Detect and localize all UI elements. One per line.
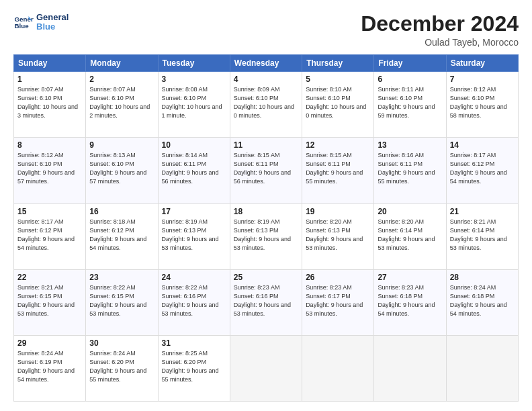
- day-number: 1: [17, 75, 82, 84]
- day-info: Sunrise: 8:20 AMSunset: 6:14 PMDaylight:…: [378, 218, 442, 253]
- table-row: 7Sunrise: 8:12 AMSunset: 6:10 PMDaylight…: [446, 72, 518, 138]
- calendar-week-row: 29Sunrise: 8:24 AMSunset: 6:19 PMDayligh…: [14, 335, 519, 401]
- day-info: Sunrise: 8:23 AMSunset: 6:16 PMDaylight:…: [234, 283, 298, 318]
- day-number: 26: [306, 273, 370, 282]
- day-number: 14: [450, 140, 515, 150]
- day-info: Sunrise: 8:20 AMSunset: 6:13 PMDaylight:…: [306, 218, 370, 253]
- table-row: 12Sunrise: 8:15 AMSunset: 6:11 PMDayligh…: [302, 138, 374, 203]
- table-row: [302, 335, 374, 401]
- day-info: Sunrise: 8:22 AMSunset: 6:15 PMDaylight:…: [89, 283, 154, 318]
- day-number: 23: [89, 273, 154, 282]
- day-number: 21: [450, 207, 515, 216]
- table-row: [446, 335, 518, 401]
- table-row: 25Sunrise: 8:23 AMSunset: 6:16 PMDayligh…: [230, 269, 302, 335]
- table-row: 8Sunrise: 8:12 AMSunset: 6:10 PMDaylight…: [14, 138, 86, 203]
- day-info: Sunrise: 8:14 AMSunset: 6:11 PMDaylight:…: [162, 151, 226, 186]
- day-number: 6: [378, 75, 442, 84]
- month-title: December 2024: [361, 12, 519, 36]
- calendar-week-row: 22Sunrise: 8:21 AMSunset: 6:15 PMDayligh…: [14, 269, 519, 335]
- day-info: Sunrise: 8:18 AMSunset: 6:12 PMDaylight:…: [89, 218, 154, 253]
- table-row: 17Sunrise: 8:19 AMSunset: 6:13 PMDayligh…: [158, 203, 230, 269]
- table-row: 27Sunrise: 8:23 AMSunset: 6:18 PMDayligh…: [374, 269, 446, 335]
- table-row: 16Sunrise: 8:18 AMSunset: 6:12 PMDayligh…: [86, 203, 158, 269]
- day-info: Sunrise: 8:24 AMSunset: 6:20 PMDaylight:…: [89, 349, 154, 384]
- day-info: Sunrise: 8:07 AMSunset: 6:10 PMDaylight:…: [17, 85, 82, 120]
- table-row: 5Sunrise: 8:10 AMSunset: 6:10 PMDaylight…: [302, 72, 374, 138]
- day-number: 30: [89, 338, 154, 348]
- day-number: 11: [234, 140, 298, 150]
- day-number: 8: [17, 140, 82, 150]
- day-info: Sunrise: 8:16 AMSunset: 6:11 PMDaylight:…: [378, 151, 442, 186]
- day-info: Sunrise: 8:22 AMSunset: 6:16 PMDaylight:…: [162, 283, 226, 318]
- day-number: 24: [162, 273, 226, 282]
- day-number: 25: [234, 273, 298, 282]
- svg-text:Blue: Blue: [15, 22, 30, 30]
- day-number: 16: [89, 207, 154, 216]
- calendar-week-row: 15Sunrise: 8:17 AMSunset: 6:12 PMDayligh…: [14, 203, 519, 269]
- day-info: Sunrise: 8:07 AMSunset: 6:10 PMDaylight:…: [89, 85, 154, 120]
- table-row: 24Sunrise: 8:22 AMSunset: 6:16 PMDayligh…: [158, 269, 230, 335]
- table-row: 26Sunrise: 8:23 AMSunset: 6:17 PMDayligh…: [302, 269, 374, 335]
- day-info: Sunrise: 8:21 AMSunset: 6:15 PMDaylight:…: [17, 283, 82, 318]
- calendar-week-row: 1Sunrise: 8:07 AMSunset: 6:10 PMDaylight…: [14, 72, 519, 138]
- col-friday: Friday: [374, 55, 446, 72]
- title-block: December 2024 Oulad Tayeb, Morocco: [361, 12, 519, 48]
- table-row: 15Sunrise: 8:17 AMSunset: 6:12 PMDayligh…: [14, 203, 86, 269]
- col-thursday: Thursday: [302, 55, 374, 72]
- table-row: 11Sunrise: 8:15 AMSunset: 6:11 PMDayligh…: [230, 138, 302, 203]
- day-info: Sunrise: 8:19 AMSunset: 6:13 PMDaylight:…: [162, 218, 226, 253]
- table-row: 20Sunrise: 8:20 AMSunset: 6:14 PMDayligh…: [374, 203, 446, 269]
- logo-icon: General Blue: [13, 12, 34, 32]
- table-row: 6Sunrise: 8:11 AMSunset: 6:10 PMDaylight…: [374, 72, 446, 138]
- table-row: 9Sunrise: 8:13 AMSunset: 6:10 PMDaylight…: [86, 138, 158, 203]
- day-info: Sunrise: 8:21 AMSunset: 6:14 PMDaylight:…: [450, 218, 515, 253]
- day-info: Sunrise: 8:17 AMSunset: 6:12 PMDaylight:…: [17, 218, 82, 253]
- col-saturday: Saturday: [446, 55, 518, 72]
- day-number: 13: [378, 140, 442, 150]
- table-row: 1Sunrise: 8:07 AMSunset: 6:10 PMDaylight…: [14, 72, 86, 138]
- page: General Blue General Blue December 2024 …: [0, 0, 532, 411]
- table-row: 23Sunrise: 8:22 AMSunset: 6:15 PMDayligh…: [86, 269, 158, 335]
- table-row: 21Sunrise: 8:21 AMSunset: 6:14 PMDayligh…: [446, 203, 518, 269]
- calendar-header-row: Sunday Monday Tuesday Wednesday Thursday…: [14, 55, 519, 72]
- day-info: Sunrise: 8:09 AMSunset: 6:10 PMDaylight:…: [234, 85, 298, 120]
- table-row: 4Sunrise: 8:09 AMSunset: 6:10 PMDaylight…: [230, 72, 302, 138]
- day-number: 19: [306, 207, 370, 216]
- day-number: 31: [162, 338, 226, 348]
- day-number: 28: [450, 273, 515, 282]
- table-row: [230, 335, 302, 401]
- table-row: 10Sunrise: 8:14 AMSunset: 6:11 PMDayligh…: [158, 138, 230, 203]
- day-info: Sunrise: 8:24 AMSunset: 6:18 PMDaylight:…: [450, 283, 515, 318]
- day-info: Sunrise: 8:12 AMSunset: 6:10 PMDaylight:…: [17, 151, 82, 186]
- table-row: 14Sunrise: 8:17 AMSunset: 6:12 PMDayligh…: [446, 138, 518, 203]
- day-info: Sunrise: 8:25 AMSunset: 6:20 PMDaylight:…: [162, 349, 226, 384]
- day-number: 22: [17, 273, 82, 282]
- table-row: [374, 335, 446, 401]
- day-number: 18: [234, 207, 298, 216]
- calendar-week-row: 8Sunrise: 8:12 AMSunset: 6:10 PMDaylight…: [14, 138, 519, 203]
- day-number: 12: [306, 140, 370, 150]
- day-info: Sunrise: 8:19 AMSunset: 6:13 PMDaylight:…: [234, 218, 298, 253]
- table-row: 28Sunrise: 8:24 AMSunset: 6:18 PMDayligh…: [446, 269, 518, 335]
- table-row: 13Sunrise: 8:16 AMSunset: 6:11 PMDayligh…: [374, 138, 446, 203]
- day-info: Sunrise: 8:23 AMSunset: 6:18 PMDaylight:…: [378, 283, 442, 318]
- day-info: Sunrise: 8:11 AMSunset: 6:10 PMDaylight:…: [378, 85, 442, 120]
- day-info: Sunrise: 8:15 AMSunset: 6:11 PMDaylight:…: [234, 151, 298, 186]
- table-row: 2Sunrise: 8:07 AMSunset: 6:10 PMDaylight…: [86, 72, 158, 138]
- col-monday: Monday: [86, 55, 158, 72]
- table-row: 18Sunrise: 8:19 AMSunset: 6:13 PMDayligh…: [230, 203, 302, 269]
- day-number: 3: [162, 75, 226, 84]
- table-row: 31Sunrise: 8:25 AMSunset: 6:20 PMDayligh…: [158, 335, 230, 401]
- col-sunday: Sunday: [14, 55, 86, 72]
- day-info: Sunrise: 8:13 AMSunset: 6:10 PMDaylight:…: [89, 151, 154, 186]
- day-info: Sunrise: 8:24 AMSunset: 6:19 PMDaylight:…: [17, 349, 82, 384]
- day-number: 2: [89, 75, 154, 84]
- day-number: 15: [17, 207, 82, 216]
- day-info: Sunrise: 8:08 AMSunset: 6:10 PMDaylight:…: [162, 85, 226, 120]
- col-wednesday: Wednesday: [230, 55, 302, 72]
- day-number: 27: [378, 273, 442, 282]
- day-number: 9: [89, 140, 154, 150]
- day-number: 7: [450, 75, 515, 84]
- svg-text:General: General: [15, 15, 34, 23]
- day-number: 20: [378, 207, 442, 216]
